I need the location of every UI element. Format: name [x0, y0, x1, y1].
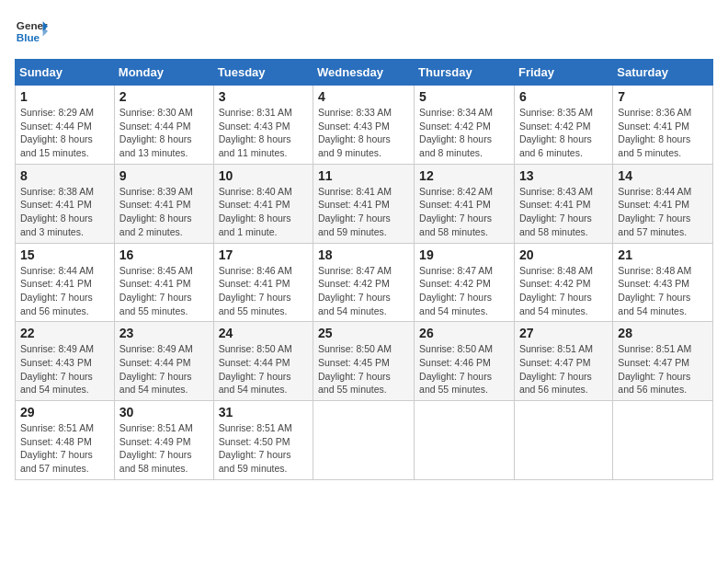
day-detail: Sunrise: 8:47 AMSunset: 4:42 PMDaylight:… — [419, 265, 493, 316]
day-number: 30 — [119, 405, 209, 419]
day-detail: Sunrise: 8:48 AMSunset: 4:42 PMDaylight:… — [519, 265, 593, 316]
calendar-cell — [514, 401, 612, 480]
calendar-week-row: 8 Sunrise: 8:38 AMSunset: 4:41 PMDayligh… — [16, 164, 713, 243]
day-number: 13 — [519, 168, 608, 183]
day-detail: Sunrise: 8:35 AMSunset: 4:42 PMDaylight:… — [519, 107, 593, 158]
weekday-header-sunday: Sunday — [16, 60, 115, 86]
day-detail: Sunrise: 8:29 AMSunset: 4:44 PMDaylight:… — [20, 107, 94, 158]
calendar-cell — [613, 401, 713, 480]
day-number: 14 — [618, 168, 708, 183]
calendar-cell: 27 Sunrise: 8:51 AMSunset: 4:47 PMDaylig… — [514, 322, 612, 401]
calendar-cell: 29 Sunrise: 8:51 AMSunset: 4:48 PMDaylig… — [16, 401, 115, 480]
page-header: General Blue — [15, 15, 713, 48]
weekday-header-wednesday: Wednesday — [313, 60, 415, 86]
calendar-cell: 2 Sunrise: 8:30 AMSunset: 4:44 PMDayligh… — [114, 86, 213, 165]
day-detail: Sunrise: 8:42 AMSunset: 4:41 PMDaylight:… — [419, 186, 493, 237]
calendar-cell: 10 Sunrise: 8:40 AMSunset: 4:41 PMDaylig… — [213, 164, 313, 243]
calendar-week-row: 15 Sunrise: 8:44 AMSunset: 4:41 PMDaylig… — [16, 243, 713, 322]
day-detail: Sunrise: 8:34 AMSunset: 4:42 PMDaylight:… — [419, 107, 493, 158]
calendar-cell: 25 Sunrise: 8:50 AMSunset: 4:45 PMDaylig… — [313, 322, 415, 401]
day-detail: Sunrise: 8:44 AMSunset: 4:41 PMDaylight:… — [618, 186, 691, 237]
day-detail: Sunrise: 8:40 AMSunset: 4:41 PMDaylight:… — [219, 186, 292, 237]
calendar-cell — [415, 401, 515, 480]
day-detail: Sunrise: 8:51 AMSunset: 4:48 PMDaylight:… — [20, 422, 94, 474]
day-number: 17 — [219, 247, 308, 262]
calendar-cell: 17 Sunrise: 8:46 AMSunset: 4:41 PMDaylig… — [213, 243, 313, 322]
day-detail: Sunrise: 8:39 AMSunset: 4:41 PMDaylight:… — [119, 186, 193, 237]
logo-icon: General Blue — [15, 15, 48, 48]
calendar-cell: 21 Sunrise: 8:48 AMSunset: 4:43 PMDaylig… — [613, 243, 713, 322]
day-detail: Sunrise: 8:50 AMSunset: 4:46 PMDaylight:… — [419, 343, 493, 395]
calendar-cell: 24 Sunrise: 8:50 AMSunset: 4:44 PMDaylig… — [213, 322, 313, 401]
day-number: 3 — [219, 89, 308, 104]
calendar-cell: 23 Sunrise: 8:49 AMSunset: 4:44 PMDaylig… — [114, 322, 213, 401]
day-number: 6 — [519, 89, 608, 104]
calendar-cell: 9 Sunrise: 8:39 AMSunset: 4:41 PMDayligh… — [114, 164, 213, 243]
day-number: 18 — [318, 247, 409, 262]
day-number: 16 — [119, 247, 209, 262]
calendar-cell: 3 Sunrise: 8:31 AMSunset: 4:43 PMDayligh… — [213, 86, 313, 165]
day-number: 8 — [20, 168, 109, 183]
calendar-week-row: 29 Sunrise: 8:51 AMSunset: 4:48 PMDaylig… — [16, 401, 713, 480]
day-number: 2 — [119, 89, 209, 104]
calendar-cell: 7 Sunrise: 8:36 AMSunset: 4:41 PMDayligh… — [613, 86, 713, 165]
day-detail: Sunrise: 8:51 AMSunset: 4:50 PMDaylight:… — [219, 422, 292, 474]
weekday-header-row: SundayMondayTuesdayWednesdayThursdayFrid… — [16, 60, 713, 86]
logo: General Blue — [15, 15, 48, 48]
calendar-week-row: 1 Sunrise: 8:29 AMSunset: 4:44 PMDayligh… — [16, 86, 713, 165]
day-detail: Sunrise: 8:45 AMSunset: 4:41 PMDaylight:… — [119, 265, 193, 316]
day-number: 10 — [219, 168, 308, 183]
calendar-cell: 8 Sunrise: 8:38 AMSunset: 4:41 PMDayligh… — [16, 164, 115, 243]
calendar-cell: 1 Sunrise: 8:29 AMSunset: 4:44 PMDayligh… — [16, 86, 115, 165]
day-number: 5 — [419, 89, 509, 104]
day-number: 23 — [119, 326, 209, 340]
day-detail: Sunrise: 8:38 AMSunset: 4:41 PMDaylight:… — [20, 186, 94, 237]
day-number: 15 — [20, 247, 109, 262]
day-number: 7 — [618, 89, 708, 104]
day-number: 29 — [20, 405, 109, 419]
day-detail: Sunrise: 8:48 AMSunset: 4:43 PMDaylight:… — [618, 265, 691, 316]
day-number: 9 — [119, 168, 209, 183]
day-detail: Sunrise: 8:51 AMSunset: 4:47 PMDaylight:… — [618, 343, 691, 395]
calendar-cell: 13 Sunrise: 8:43 AMSunset: 4:41 PMDaylig… — [514, 164, 612, 243]
svg-text:Blue: Blue — [17, 31, 40, 43]
weekday-header-friday: Friday — [514, 60, 612, 86]
weekday-header-saturday: Saturday — [613, 60, 713, 86]
day-detail: Sunrise: 8:36 AMSunset: 4:41 PMDaylight:… — [618, 107, 691, 158]
day-detail: Sunrise: 8:51 AMSunset: 4:49 PMDaylight:… — [119, 422, 193, 474]
day-number: 19 — [419, 247, 509, 262]
day-number: 25 — [318, 326, 409, 340]
day-number: 4 — [318, 89, 409, 104]
day-detail: Sunrise: 8:47 AMSunset: 4:42 PMDaylight:… — [318, 265, 392, 316]
calendar-cell: 15 Sunrise: 8:44 AMSunset: 4:41 PMDaylig… — [16, 243, 115, 322]
calendar-cell: 11 Sunrise: 8:41 AMSunset: 4:41 PMDaylig… — [313, 164, 415, 243]
day-number: 20 — [519, 247, 608, 262]
day-detail: Sunrise: 8:44 AMSunset: 4:41 PMDaylight:… — [20, 265, 94, 316]
day-number: 22 — [20, 326, 109, 340]
calendar-cell: 14 Sunrise: 8:44 AMSunset: 4:41 PMDaylig… — [613, 164, 713, 243]
weekday-header-thursday: Thursday — [415, 60, 515, 86]
day-detail: Sunrise: 8:50 AMSunset: 4:45 PMDaylight:… — [318, 343, 392, 395]
day-number: 11 — [318, 168, 409, 183]
calendar-cell: 31 Sunrise: 8:51 AMSunset: 4:50 PMDaylig… — [213, 401, 313, 480]
day-number: 21 — [618, 247, 708, 262]
day-number: 12 — [419, 168, 509, 183]
day-detail: Sunrise: 8:41 AMSunset: 4:41 PMDaylight:… — [318, 186, 392, 237]
calendar-cell: 18 Sunrise: 8:47 AMSunset: 4:42 PMDaylig… — [313, 243, 415, 322]
calendar-cell: 6 Sunrise: 8:35 AMSunset: 4:42 PMDayligh… — [514, 86, 612, 165]
calendar-cell: 30 Sunrise: 8:51 AMSunset: 4:49 PMDaylig… — [114, 401, 213, 480]
day-number: 31 — [219, 405, 308, 419]
day-detail: Sunrise: 8:50 AMSunset: 4:44 PMDaylight:… — [219, 343, 292, 395]
day-number: 28 — [618, 326, 708, 340]
calendar-week-row: 22 Sunrise: 8:49 AMSunset: 4:43 PMDaylig… — [16, 322, 713, 401]
day-detail: Sunrise: 8:46 AMSunset: 4:41 PMDaylight:… — [219, 265, 292, 316]
day-detail: Sunrise: 8:49 AMSunset: 4:43 PMDaylight:… — [20, 343, 94, 395]
calendar-cell: 4 Sunrise: 8:33 AMSunset: 4:43 PMDayligh… — [313, 86, 415, 165]
day-detail: Sunrise: 8:43 AMSunset: 4:41 PMDaylight:… — [519, 186, 593, 237]
weekday-header-monday: Monday — [114, 60, 213, 86]
calendar-cell: 20 Sunrise: 8:48 AMSunset: 4:42 PMDaylig… — [514, 243, 612, 322]
day-detail: Sunrise: 8:31 AMSunset: 4:43 PMDaylight:… — [219, 107, 292, 158]
calendar-table: SundayMondayTuesdayWednesdayThursdayFrid… — [15, 59, 713, 480]
calendar-cell: 22 Sunrise: 8:49 AMSunset: 4:43 PMDaylig… — [16, 322, 115, 401]
calendar-cell: 5 Sunrise: 8:34 AMSunset: 4:42 PMDayligh… — [415, 86, 515, 165]
